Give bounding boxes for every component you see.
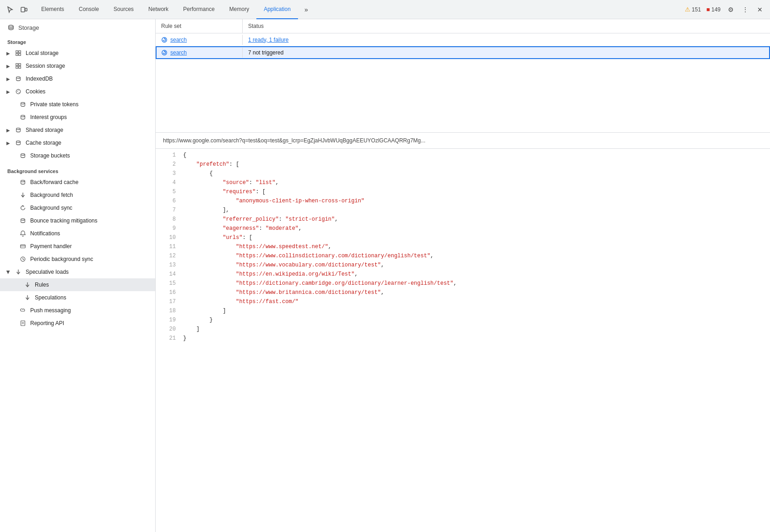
sidebar-item-shared-storage[interactable]: ▶ Shared storage bbox=[0, 124, 155, 136]
ruleset-name-2[interactable]: search bbox=[170, 49, 187, 56]
cursor-icon[interactable] bbox=[4, 3, 16, 16]
sidebar-item-rules[interactable]: Rules bbox=[0, 278, 155, 291]
expand-arrow-indexeddb: ▶ bbox=[6, 76, 10, 81]
db-icon bbox=[15, 76, 22, 82]
sidebar-item-background-sync[interactable]: Background sync bbox=[0, 201, 155, 214]
status-text-1[interactable]: 1 ready, 1 failure bbox=[248, 37, 289, 43]
error-square-icon: ■ bbox=[706, 6, 710, 13]
sidebar-item-notifications[interactable]: Notifications bbox=[0, 227, 155, 240]
sidebar-item-back-forward-cache[interactable]: Back/forward cache bbox=[0, 176, 155, 189]
json-content-20: ] bbox=[183, 325, 200, 334]
tab-network[interactable]: Network bbox=[141, 0, 176, 19]
sidebar: Storage Storage ▶ Local storage ▶ bbox=[0, 19, 156, 532]
tab-sources[interactable]: Sources bbox=[106, 0, 141, 19]
warnings-badge[interactable]: ⚠ 151 bbox=[683, 5, 703, 14]
tab-application[interactable]: Application bbox=[256, 0, 298, 19]
storage-icon bbox=[7, 24, 15, 31]
background-sync-label: Background sync bbox=[30, 205, 72, 211]
main-layout: Storage Storage ▶ Local storage ▶ bbox=[0, 19, 770, 532]
errors-count: 149 bbox=[711, 6, 721, 13]
sidebar-item-payment-handler[interactable]: Payment handler bbox=[0, 240, 155, 253]
cloud-icon bbox=[19, 307, 27, 314]
sidebar-item-speculations[interactable]: Speculations bbox=[0, 291, 155, 304]
sidebar-item-session-storage[interactable]: ▶ Session storage bbox=[0, 60, 155, 72]
line-num-17: 17 bbox=[161, 297, 176, 306]
json-viewer[interactable]: 1 { 2 "prefetch": [ 3 { 4 "source": "lis… bbox=[156, 149, 770, 532]
sidebar-item-speculative-loads[interactable]: ▶ Speculative loads bbox=[0, 266, 155, 278]
json-line-8: 8 "referrer_policy": "strict-origin", bbox=[156, 215, 770, 224]
warning-triangle-icon: ⚠ bbox=[685, 6, 690, 13]
card-icon bbox=[19, 243, 27, 250]
tab-performance[interactable]: Performance bbox=[176, 0, 222, 19]
tab-bar-right: ⚠ 151 ■ 149 ⚙ ⋮ ✕ bbox=[683, 3, 766, 16]
col-status-header: Status bbox=[243, 19, 269, 33]
line-num-13: 13 bbox=[161, 261, 176, 270]
sidebar-item-periodic-bg-sync[interactable]: Periodic background sync bbox=[0, 253, 155, 266]
json-content-15: "https://dictionary.cambridge.org/dictio… bbox=[183, 279, 457, 288]
expand-arrow-session-storage: ▶ bbox=[6, 64, 10, 69]
json-line-16: 16 "https://www.britannica.com/dictionar… bbox=[156, 288, 770, 297]
svg-point-15 bbox=[18, 90, 19, 91]
json-line-2: 2 "prefetch": [ bbox=[156, 160, 770, 169]
content-area: Rule set Status search 1 ready bbox=[156, 19, 770, 532]
tab-memory[interactable]: Memory bbox=[222, 0, 256, 19]
reporting-api-label: Reporting API bbox=[30, 320, 64, 326]
sidebar-item-reporting-api[interactable]: Reporting API bbox=[0, 317, 155, 330]
sidebar-item-bounce-tracking[interactable]: Bounce tracking mitigations bbox=[0, 214, 155, 227]
svg-rect-4 bbox=[19, 51, 21, 53]
json-line-18: 18 ] bbox=[156, 306, 770, 315]
sidebar-item-interest-groups[interactable]: Interest groups bbox=[0, 111, 155, 124]
indexeddb-label: IndexedDB bbox=[26, 76, 53, 82]
line-num-19: 19 bbox=[161, 315, 176, 325]
json-content-8: "referrer_policy": "strict-origin", bbox=[183, 215, 338, 224]
tab-console[interactable]: Console bbox=[71, 0, 106, 19]
json-content-12: "https://www.collinsdictionary.com/dicti… bbox=[183, 251, 434, 261]
line-num-4: 4 bbox=[161, 178, 176, 187]
json-content-13: "https://www.vocabulary.com/dictionary/t… bbox=[183, 261, 384, 270]
svg-point-12 bbox=[16, 89, 21, 94]
more-tabs-icon[interactable]: » bbox=[300, 3, 313, 16]
grid-icon-2 bbox=[15, 63, 22, 69]
ruleset-name-1[interactable]: search bbox=[170, 37, 187, 43]
close-icon[interactable]: ✕ bbox=[754, 3, 766, 16]
sidebar-item-indexeddb[interactable]: ▶ IndexedDB bbox=[0, 72, 155, 85]
rules-label: Rules bbox=[35, 282, 49, 288]
json-content-7: ], bbox=[183, 206, 229, 215]
errors-badge[interactable]: ■ 149 bbox=[705, 5, 722, 14]
tab-elements[interactable]: Elements bbox=[34, 0, 71, 19]
sidebar-item-storage-buckets[interactable]: Storage buckets bbox=[0, 149, 155, 162]
json-content-5: "requires": [ bbox=[183, 187, 266, 196]
line-num-8: 8 bbox=[161, 215, 176, 224]
storage-header: Storage bbox=[0, 19, 155, 36]
line-num-14: 14 bbox=[161, 270, 176, 279]
more-options-icon[interactable]: ⋮ bbox=[739, 3, 752, 16]
table-row[interactable]: search 1 ready, 1 failure bbox=[156, 33, 770, 46]
private-state-tokens-label: Private state tokens bbox=[30, 101, 78, 108]
storage-section-label: Storage bbox=[0, 36, 155, 47]
line-num-6: 6 bbox=[161, 196, 176, 206]
json-content-2: "prefetch": [ bbox=[183, 160, 239, 169]
json-line-10: 10 "urls": [ bbox=[156, 233, 770, 242]
settings-icon[interactable]: ⚙ bbox=[724, 3, 737, 16]
sidebar-item-private-state-tokens[interactable]: Private state tokens bbox=[0, 98, 155, 111]
db-icon-6 bbox=[19, 152, 27, 159]
svg-point-18 bbox=[16, 128, 21, 130]
tab-bar: Elements Console Sources Network Perform… bbox=[0, 0, 770, 19]
sidebar-item-push-messaging[interactable]: Push messaging bbox=[0, 304, 155, 317]
device-toggle-icon[interactable] bbox=[17, 3, 30, 16]
sidebar-item-local-storage[interactable]: ▶ Local storage bbox=[0, 47, 155, 60]
sidebar-item-background-fetch[interactable]: Background fetch bbox=[0, 189, 155, 201]
bounce-tracking-label: Bounce tracking mitigations bbox=[30, 217, 98, 224]
json-line-17: 17 "https://fast.com/" bbox=[156, 297, 770, 306]
table-row-selected[interactable]: search 7 not triggered bbox=[156, 46, 770, 59]
line-num-2: 2 bbox=[161, 160, 176, 169]
expand-arrow-cookies: ▶ bbox=[6, 89, 10, 94]
sidebar-item-cache-storage[interactable]: ▶ Cache storage bbox=[0, 136, 155, 149]
cookie-icon bbox=[15, 88, 22, 95]
cache-storage-label: Cache storage bbox=[26, 140, 61, 146]
url-bar: https://www.google.com/search?q=test&oq=… bbox=[156, 133, 770, 149]
expand-arrow-shared-storage: ▶ bbox=[6, 128, 10, 133]
local-storage-label: Local storage bbox=[26, 50, 59, 56]
expand-arrow-speculative-loads: ▶ bbox=[6, 270, 11, 274]
sidebar-item-cookies[interactable]: ▶ Cookies bbox=[0, 85, 155, 98]
